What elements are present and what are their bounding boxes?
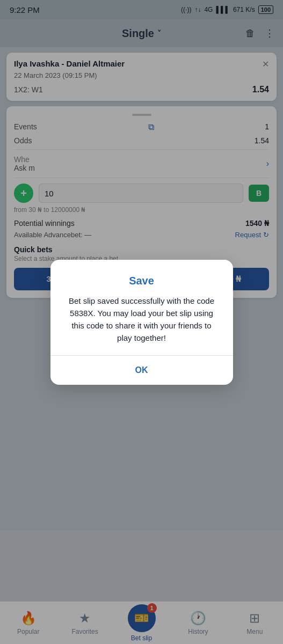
modal-body: Bet slip saved successfully with the cod… [66, 295, 218, 355]
save-modal: Save Bet slip saved successfully with th… [50, 260, 233, 385]
modal-ok-button[interactable]: OK [118, 363, 165, 377]
modal-title: Save [66, 275, 218, 287]
modal-actions: OK [66, 356, 218, 385]
modal-overlay: Save Bet slip saved successfully with th… [0, 0, 283, 644]
